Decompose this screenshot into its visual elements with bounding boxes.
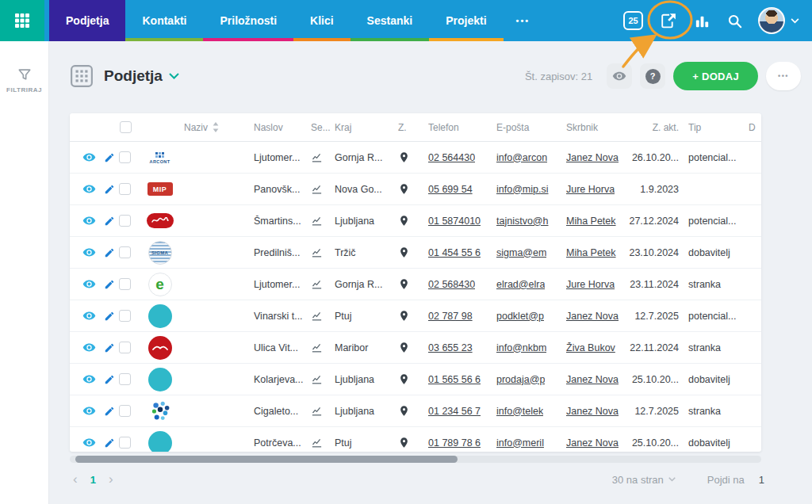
column-header-d[interactable]: D [749, 122, 761, 133]
column-header-zakt[interactable]: Z. akt. [626, 122, 688, 133]
email-link[interactable]: info@mip.si [496, 184, 549, 195]
location-icon[interactable] [398, 278, 428, 290]
phone-link[interactable]: 02 787 98 [428, 311, 473, 322]
email-link[interactable]: info@arcon [496, 152, 547, 163]
activity-icon[interactable] [311, 278, 335, 290]
location-icon[interactable] [398, 151, 428, 163]
current-page[interactable]: 1 [90, 474, 96, 486]
row-checkbox[interactable] [119, 342, 131, 353]
phone-link[interactable]: 01 234 56 7 [428, 406, 481, 417]
view-icon[interactable] [82, 436, 96, 449]
location-icon[interactable] [398, 373, 428, 385]
email-link[interactable]: tajnistvo@h [496, 216, 549, 227]
view-icon[interactable] [82, 151, 96, 164]
activity-icon[interactable] [311, 151, 335, 163]
phone-link[interactable]: 01 789 78 6 [428, 437, 481, 449]
owner-link[interactable]: Jure Horva [566, 184, 615, 195]
view-icon[interactable] [82, 246, 96, 259]
view-icon[interactable] [82, 277, 96, 291]
table-row[interactable]: Šmartins...Ljubljana01 5874010tajnistvo@… [70, 205, 761, 237]
goto-page-input[interactable]: 1 [759, 474, 764, 486]
phone-link[interactable]: 02 568430 [428, 279, 475, 290]
email-link[interactable]: sigma@em [496, 247, 546, 258]
preview-button[interactable] [607, 63, 632, 89]
activity-icon[interactable] [311, 246, 335, 258]
email-link[interactable]: prodaja@p [496, 374, 545, 385]
table-row[interactable]: Potrčeva...Ptuj01 789 78 6info@merilJane… [70, 427, 761, 452]
edit-icon[interactable] [104, 184, 114, 195]
phone-link[interactable]: 01 454 55 6 [428, 247, 481, 258]
column-header-eposta[interactable]: E-pošta [496, 122, 566, 133]
edit-icon[interactable] [104, 216, 114, 227]
table-row[interactable]: eLjutomer...Gornja R...02 568430elrad@el… [70, 269, 761, 300]
help-button[interactable]: ? [640, 63, 665, 89]
table-row[interactable]: Kolarjeva...Ljubljana01 565 56 6prodaja@… [70, 364, 761, 395]
table-row[interactable]: Ulica Vit...Maribor03 655 23info@nkbmŽiv… [70, 332, 761, 364]
tab-sestanki[interactable]: Sestanki [350, 0, 430, 41]
activity-icon[interactable] [311, 215, 335, 227]
owner-link[interactable]: Janez Nova [566, 374, 619, 385]
tab-klici[interactable]: Klici [293, 0, 350, 41]
location-icon[interactable] [398, 405, 428, 417]
company-icon[interactable] [70, 64, 94, 88]
column-header-skrbnik[interactable]: Skrbnik [566, 122, 626, 133]
owner-link[interactable]: Janez Nova [566, 406, 619, 417]
view-icon[interactable] [82, 182, 96, 196]
row-checkbox[interactable] [119, 151, 131, 163]
calendar-icon[interactable]: 25 [623, 11, 643, 30]
email-link[interactable]: podklet@p [496, 311, 544, 322]
owner-link[interactable]: Janez Nova [566, 437, 619, 449]
tab-kontakti[interactable]: Kontakti [125, 0, 203, 41]
table-row[interactable]: MIPPanovšk...Nova Go...05 699 54info@mip… [70, 174, 761, 205]
owner-link[interactable]: Janez Nova [566, 311, 619, 322]
column-header-naziv[interactable]: Naziv [184, 122, 254, 133]
email-link[interactable]: info@nkbm [496, 342, 546, 353]
title-chevron-icon[interactable] [169, 73, 179, 79]
activity-icon[interactable] [311, 183, 335, 195]
row-checkbox[interactable] [119, 373, 131, 385]
edit-icon[interactable] [104, 311, 114, 322]
horizontal-scrollbar[interactable] [70, 456, 761, 463]
row-checkbox[interactable] [119, 183, 131, 195]
select-all-checkbox[interactable] [120, 121, 132, 133]
owner-link[interactable]: Jure Horva [566, 279, 615, 290]
next-page-button[interactable]: › [105, 472, 117, 487]
phone-link[interactable]: 03 655 23 [428, 342, 473, 353]
tab-podjetja[interactable]: Podjetja [49, 0, 125, 41]
location-icon[interactable] [398, 310, 428, 322]
view-icon[interactable] [82, 309, 96, 323]
more-tabs-button[interactable]: ••• [504, 0, 543, 41]
edit-icon[interactable] [104, 406, 114, 417]
tab-projekti[interactable]: Projekti [429, 0, 503, 41]
owner-link[interactable]: Janez Nova [566, 152, 619, 163]
column-header-naslov[interactable]: Naslov [254, 122, 311, 133]
phone-link[interactable]: 01 5874010 [428, 216, 481, 227]
table-row[interactable]: ARCONTLjutomer...Gornja R...02 564430inf… [70, 142, 761, 174]
owner-link[interactable]: Miha Petek [566, 216, 616, 227]
column-header-telefon[interactable]: Telefon [428, 122, 496, 133]
filter-button[interactable]: FILTRIRAJ [0, 41, 48, 94]
row-checkbox[interactable] [119, 246, 131, 258]
location-icon[interactable] [398, 342, 428, 353]
activity-icon[interactable] [311, 405, 335, 417]
activity-icon[interactable] [311, 437, 335, 449]
view-icon[interactable] [82, 341, 96, 354]
phone-link[interactable]: 05 699 54 [428, 184, 473, 195]
view-icon[interactable] [82, 214, 96, 227]
row-checkbox[interactable] [119, 405, 131, 417]
column-header-kraj[interactable]: Kraj [335, 122, 398, 133]
app-menu-button[interactable] [0, 0, 44, 41]
edit-icon[interactable] [104, 437, 114, 449]
edit-icon[interactable] [104, 279, 114, 290]
view-icon[interactable] [82, 404, 96, 418]
email-link[interactable]: elrad@elra [496, 279, 545, 290]
owner-link[interactable]: Miha Petek [566, 247, 616, 258]
table-row[interactable]: Cigaleto...Ljubljana01 234 56 7info@tele… [70, 395, 761, 427]
owner-link[interactable]: Živa Bukov [566, 342, 615, 353]
location-icon[interactable] [398, 246, 428, 258]
edit-icon[interactable] [104, 247, 114, 258]
phone-link[interactable]: 02 564430 [428, 152, 475, 163]
location-icon[interactable] [398, 437, 428, 449]
table-row[interactable]: SIGMAPredilniš...Tržič01 454 55 6sigma@e… [70, 237, 761, 269]
phone-link[interactable]: 01 565 56 6 [428, 374, 481, 385]
